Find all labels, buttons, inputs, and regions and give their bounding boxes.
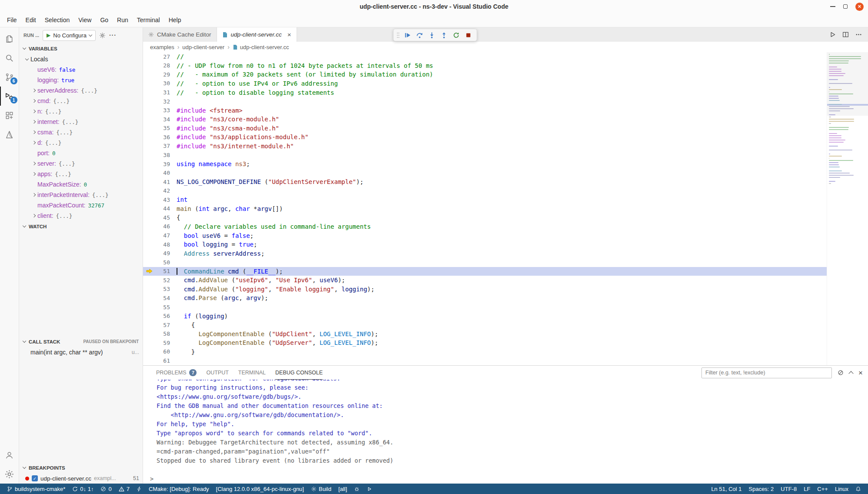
code-line[interactable]: 39using namespace ns3;: [143, 160, 827, 169]
restart-button[interactable]: [451, 30, 461, 40]
clear-console-icon[interactable]: [838, 370, 844, 376]
extensions-icon[interactable]: [0, 106, 19, 125]
chevron-right-icon[interactable]: [30, 194, 37, 196]
menu-terminal[interactable]: Terminal: [133, 14, 164, 26]
step-over-button[interactable]: [414, 30, 425, 40]
continue-button[interactable]: [402, 30, 413, 40]
cmake-status[interactable]: CMake: [Debug]: Ready: [145, 484, 213, 494]
code-line[interactable]: 35#include "ns3/csma-module.h": [143, 124, 827, 133]
errors-status[interactable]: 0: [97, 484, 115, 494]
variable-row[interactable]: apps:{...}: [19, 169, 143, 179]
code-line[interactable]: 54 cmd.Parse (argc, argv);: [143, 294, 827, 303]
split-editor-icon[interactable]: [842, 31, 849, 38]
explorer-icon[interactable]: [0, 29, 19, 48]
cursor-position[interactable]: Ln 51, Col 1: [708, 484, 745, 494]
cmake-tools-icon[interactable]: [0, 125, 19, 144]
code-line[interactable]: 27//: [143, 52, 827, 61]
code-line[interactable]: 30// - option to use IPv4 or IPv6 addres…: [143, 79, 827, 88]
bolt-status[interactable]: [133, 484, 145, 494]
step-out-button[interactable]: [438, 30, 449, 40]
source-control-icon[interactable]: 6: [0, 67, 19, 87]
debug-config-dropdown[interactable]: ▶ No Configura: [43, 30, 96, 41]
minimap[interactable]: [827, 52, 868, 365]
chevron-right-icon[interactable]: [30, 120, 37, 123]
warnings-status[interactable]: 7: [115, 484, 133, 494]
drag-handle[interactable]: [397, 32, 400, 38]
variable-row[interactable]: cmd:{...}: [19, 96, 143, 106]
build-button[interactable]: Build: [307, 484, 335, 494]
chevron-right-icon[interactable]: [30, 141, 37, 144]
code-line[interactable]: 36#include "ns3/applications-module.h": [143, 133, 827, 142]
code-line[interactable]: 55: [143, 303, 827, 312]
more-actions-icon[interactable]: ···: [109, 32, 117, 39]
chevron-right-icon[interactable]: [30, 214, 37, 217]
menu-file[interactable]: File: [3, 14, 21, 26]
step-into-button[interactable]: [426, 30, 437, 40]
chevron-right-icon[interactable]: [30, 100, 37, 102]
code-line[interactable]: 56 if (logging): [143, 311, 827, 320]
code-line[interactable]: 29// - maximum of 320 packets sent (or l…: [143, 70, 827, 79]
code-line[interactable]: 40: [143, 168, 827, 177]
branch-status[interactable]: buildsystem-cmake*: [3, 484, 69, 494]
console-input[interactable]: >: [143, 474, 868, 484]
kit-status[interactable]: [Clang 12.0.0 x86_64-pc-linux-gnu]: [213, 484, 307, 494]
variable-row[interactable]: client:{...}: [19, 210, 143, 221]
code-line[interactable]: 34#include "ns3/core-module.h": [143, 115, 827, 124]
menu-edit[interactable]: Edit: [21, 14, 40, 26]
close-panel-icon[interactable]: ×: [858, 369, 863, 377]
code-line[interactable]: 60 }: [143, 347, 827, 357]
code-line[interactable]: 28// - UDP flow from n0 to n1 of 1024 by…: [143, 61, 827, 70]
minimize-button[interactable]: [830, 6, 835, 7]
code-line[interactable]: 49 Address serverAddress;: [143, 249, 827, 258]
maximize-panel-icon[interactable]: [848, 371, 853, 376]
code-line[interactable]: 45{: [143, 213, 827, 222]
remote-os[interactable]: Linux: [831, 484, 852, 494]
build-target[interactable]: [all]: [335, 484, 351, 494]
run-launch-button[interactable]: [363, 484, 376, 494]
call-stack-section-header[interactable]: CALL STACKPAUSED ON BREAKPOINT: [19, 336, 143, 347]
code-editor[interactable]: 27//28// - UDP flow from n0 to n1 of 102…: [143, 52, 827, 365]
menu-help[interactable]: Help: [164, 14, 186, 26]
breadcrumb-item-examples[interactable]: examples: [150, 44, 174, 50]
panel-tab-problems[interactable]: PROBLEMS7: [156, 366, 197, 380]
code-line[interactable]: 43int: [143, 195, 827, 204]
code-line[interactable]: 37#include "ns3/internet-module.h": [143, 142, 827, 151]
search-icon[interactable]: [0, 48, 19, 67]
code-line[interactable]: 44main (int argc, char *argv[]): [143, 204, 827, 214]
start-debugging-icon[interactable]: ▶: [47, 32, 50, 38]
close-tab-icon[interactable]: ×: [287, 31, 291, 38]
code-line[interactable]: 32: [143, 97, 827, 106]
variable-row[interactable]: server:{...}: [19, 158, 143, 169]
breadcrumb-item-udp-client-server[interactable]: udp-client-server: [182, 44, 224, 50]
eol[interactable]: LF: [800, 484, 814, 494]
debug-settings-gear-icon[interactable]: [99, 32, 106, 39]
menu-selection[interactable]: Selection: [40, 14, 74, 26]
language-mode[interactable]: C++: [814, 484, 831, 494]
code-line[interactable]: 48 bool logging = true;: [143, 240, 827, 249]
code-line[interactable]: 50: [143, 258, 827, 267]
indentation[interactable]: Spaces: 2: [745, 484, 778, 494]
menu-go[interactable]: Go: [96, 14, 113, 26]
minimap-slider[interactable]: [827, 52, 868, 116]
code-line[interactable]: 53 cmd.AddValue ("logging", "Enable logg…: [143, 285, 827, 294]
tab-udp-client-server[interactable]: udp-client-server.cc ×: [217, 27, 297, 42]
variable-row[interactable]: n:{...}: [19, 106, 143, 117]
variable-row[interactable]: csma:{...}: [19, 127, 143, 137]
code-line[interactable]: 47 bool useV6 = false;: [143, 231, 827, 240]
stack-frame[interactable]: main(int argc, char ** argv) u...: [19, 347, 143, 357]
code-line[interactable]: 46 // Declare variables used in command-…: [143, 222, 827, 231]
variables-section-header[interactable]: VARIABLES: [19, 43, 143, 54]
menu-run[interactable]: Run: [113, 14, 133, 26]
variable-row[interactable]: d:{...}: [19, 137, 143, 148]
watch-section-header[interactable]: WATCH: [19, 221, 143, 232]
notifications[interactable]: [852, 484, 865, 494]
breakpoint-item[interactable]: ✓ udp-client-server.cc exampl... 51: [19, 473, 143, 484]
code-line[interactable]: 57 {: [143, 320, 827, 330]
chevron-right-icon[interactable]: [30, 173, 37, 175]
breadcrumb-item-udp-client-servercc[interactable]: udp-client-server.cc: [233, 44, 289, 50]
code-line[interactable]: 61: [143, 356, 827, 365]
account-icon[interactable]: [0, 445, 19, 464]
code-line[interactable]: 41NS_LOG_COMPONENT_DEFINE ("UdpClientSer…: [143, 177, 827, 187]
code-line[interactable]: 33#include <fstream>: [143, 106, 827, 115]
console-filter-input[interactable]: [701, 367, 832, 378]
